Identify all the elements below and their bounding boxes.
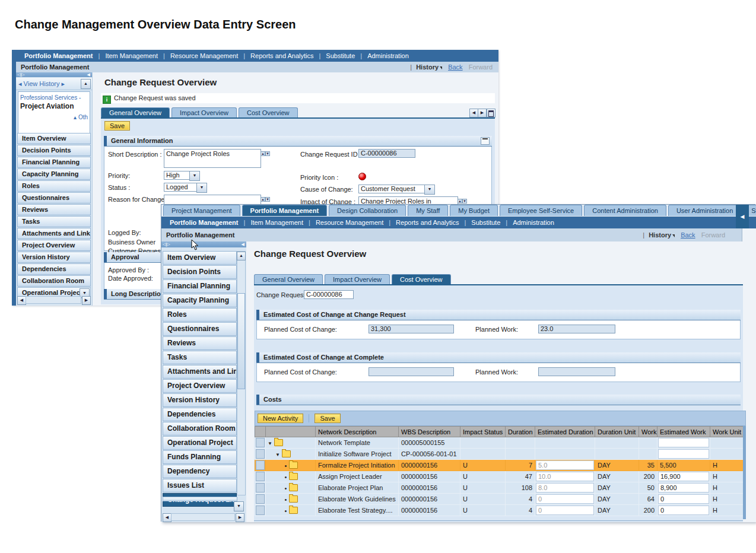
top-tab-design-collaboration[interactable]: Design Collaboration [329, 205, 406, 216]
top-tab-user-administration[interactable]: User Administration [668, 205, 741, 216]
sidebar-item-version-history[interactable]: Version History [163, 393, 237, 407]
status-dropdown-icon[interactable]: ▼ [196, 183, 207, 193]
priority-select-value[interactable]: High [164, 171, 190, 180]
tree-cell[interactable]: • [266, 505, 316, 516]
cause-select-value[interactable]: Customer Request [358, 185, 425, 193]
sidebar-scroll-strip[interactable]: ◁|▷◀ [16, 72, 92, 77]
tree-cell[interactable]: • [266, 460, 316, 471]
tree-cell[interactable]: • [266, 471, 316, 482]
impact-spinner[interactable]: ▲▼ [458, 196, 465, 204]
row-select-grip[interactable] [256, 506, 265, 515]
costs-table-right-edge[interactable] [743, 426, 746, 519]
nav-link-resource-management[interactable]: Resource Management [316, 219, 383, 226]
sidebar-item-tasks[interactable]: Tasks [163, 351, 237, 364]
row-select-grip[interactable] [256, 460, 265, 470]
tab-general-overview[interactable]: General Overview [254, 274, 323, 284]
sidebar-item-attachments-and-links[interactable]: Attachments and Links [17, 228, 91, 239]
nav-link-item-management[interactable]: Item Management [250, 219, 303, 226]
tab-cost-overview[interactable]: Cost Overview [392, 274, 451, 284]
tree-cell[interactable]: • [266, 482, 316, 494]
tab-general-overview[interactable]: General Overview [101, 107, 170, 117]
table-row-assign-project-leader[interactable]: •Assign Project Leader0000000156U4710.0D… [255, 471, 744, 482]
collapse-section-icon[interactable] [481, 137, 490, 145]
estimated-work-input[interactable]: 0 [658, 494, 709, 504]
sidebar-item-questionnaires[interactable]: Questionnaires [17, 192, 91, 204]
row-select-cell[interactable] [255, 505, 266, 516]
row-select-cell[interactable] [255, 482, 266, 494]
row-select-cell[interactable] [255, 471, 266, 482]
sidebar-item-reviews[interactable]: Reviews [163, 336, 237, 350]
estimated-duration-input[interactable]: 8.0 [536, 483, 594, 492]
column-header-network-description[interactable]: Network Description [316, 427, 399, 437]
row-select-cell[interactable] [255, 449, 266, 460]
estimated-duration-cell[interactable]: 5.0 [535, 460, 595, 471]
estimated-work-input[interactable]: 8,900 [658, 483, 709, 492]
table-row-elaborate-work-guidelines[interactable]: •Elaborate Work Guidelines0000000156U40D… [255, 494, 744, 505]
tab-impact-overview[interactable]: Impact Overview [171, 107, 237, 117]
tree-cell[interactable]: ▼ [266, 437, 316, 449]
estimated-duration-input[interactable]: 0 [536, 506, 594, 515]
scroll-up-button[interactable]: ▲ [237, 252, 246, 260]
sidebar-item-operational-project[interactable]: Operational Project [163, 436, 237, 450]
top-tab-my-staff[interactable]: My Staff [408, 205, 448, 216]
sidebar-item-item-overview[interactable]: Item Overview [163, 251, 237, 265]
scroll-right-button[interactable]: ▶ [236, 513, 244, 522]
estimated-work-cell[interactable]: 5,500 [657, 460, 710, 471]
column-header-estimated-duration[interactable]: Estimated Duration [535, 427, 595, 437]
estimated-duration-cell[interactable]: 8.0 [535, 482, 595, 494]
nav-link-reports-and-analytics[interactable]: Reports and Analytics [396, 219, 459, 226]
sidebar-item-project-overview[interactable]: Project Overview [163, 379, 237, 393]
row-select-grip[interactable] [256, 472, 265, 481]
nav-link-administration[interactable]: Administration [367, 52, 409, 59]
back-link[interactable]: Back [448, 63, 462, 71]
scroll-down-button[interactable]: ▼ [234, 501, 244, 511]
change-request-input[interactable]: C-00000086 [304, 290, 354, 299]
sidebar-item-issues-list[interactable]: Issues List [163, 479, 237, 492]
estimated-work-input[interactable] [658, 449, 709, 459]
row-select-cell[interactable] [255, 460, 266, 471]
sidebar-item-item-overview[interactable]: Item Overview [17, 133, 91, 144]
sidebar-item-capacity-planning[interactable]: Capacity Planning [17, 169, 91, 180]
column-header-duration[interactable]: Duration [506, 427, 535, 437]
estimated-work-input[interactable] [658, 438, 709, 447]
collapse-header-arrow-icon[interactable]: ◀ [736, 205, 749, 228]
estimated-work-cell[interactable] [657, 449, 710, 460]
tab-cost-overview[interactable]: Cost Overview [239, 107, 298, 117]
column-header-work-unit[interactable]: Work Unit [710, 427, 744, 437]
sidebar-item-financial-planning[interactable]: Financial Planning [17, 157, 91, 168]
sidebar-item-tasks[interactable]: Tasks [17, 216, 91, 227]
scroll-left-button[interactable]: ◀ [17, 296, 26, 305]
row-select-cell[interactable] [255, 437, 266, 449]
front-sidebar-vscrollbar[interactable]: ▲ [237, 251, 246, 495]
tabscroll-right-button[interactable]: ▶ [478, 109, 487, 117]
estimated-duration-cell[interactable]: 10.0 [535, 471, 595, 482]
restore-window-icon[interactable] [487, 109, 495, 117]
sidebar-item-collaboration-room[interactable]: Collaboration Room [163, 422, 237, 436]
table-row-elaborate-test-strategy[interactable]: •Elaborate Test Strategy....0000000156U4… [255, 505, 744, 516]
view-history-link[interactable]: ◂ View History ▸ [18, 80, 65, 87]
sidebar-item-partial[interactable] [163, 497, 237, 501]
tree-cell[interactable]: • [266, 494, 316, 505]
status-select-value[interactable]: Logged [164, 183, 197, 192]
top-tab-content-administration[interactable]: Content Administration [584, 205, 666, 216]
sidebar-item-capacity-planning[interactable]: Capacity Planning [163, 294, 237, 307]
nav-link-resource-management[interactable]: Resource Management [170, 52, 238, 59]
tab-impact-overview[interactable]: Impact Overview [325, 274, 390, 284]
sidebar-item-dependencies[interactable]: Dependencies [163, 408, 237, 421]
table-row-initialize-software-project[interactable]: ▼Initialize Software ProjectCP-000056-00… [255, 449, 744, 460]
estimated-duration-input[interactable]: 5.0 [536, 460, 594, 470]
nav-link-administration[interactable]: Administration [513, 219, 554, 226]
context-other-link[interactable]: ▴ Oth [20, 114, 88, 120]
sidebar-item-project-overview[interactable]: Project Overview [17, 240, 91, 251]
row-select-grip[interactable] [256, 449, 265, 459]
column-header-work[interactable]: Work [639, 427, 657, 437]
top-tab-portfolio-management[interactable]: Portfolio Management [242, 205, 328, 216]
back-link[interactable]: Back [681, 231, 695, 239]
column-header-impact-status[interactable]: Impact Status [460, 427, 506, 437]
sidebar-item-financial-planning[interactable]: Financial Planning [163, 279, 237, 293]
estimated-work-input[interactable]: 0 [658, 506, 709, 515]
history-menu[interactable]: History [416, 63, 439, 71]
tree-cell[interactable]: ▼ [266, 449, 316, 460]
nav-link-substitute[interactable]: Substitute [326, 52, 355, 59]
save-button[interactable]: Save [104, 121, 130, 131]
